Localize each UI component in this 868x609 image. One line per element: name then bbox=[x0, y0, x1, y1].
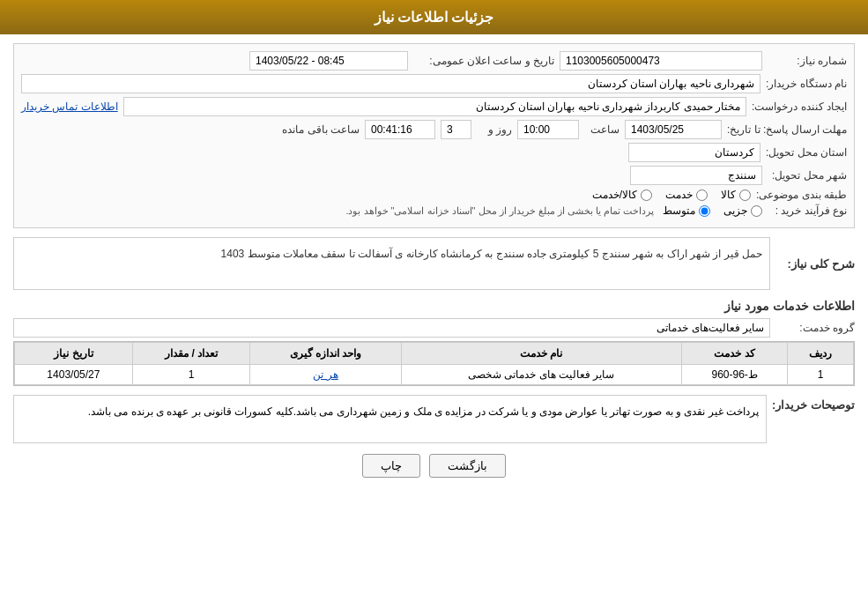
farayand-warning: پرداخت تمام یا بخشی از مبلغ خریدار از مح… bbox=[345, 205, 654, 217]
shomare-value: 1103005605000473 bbox=[560, 51, 762, 71]
farayand-row: نوع فرآیند خرید : جزیی متوسط پرداخت تمام… bbox=[21, 204, 847, 217]
page-title: جزئیات اطلاعات نیاز bbox=[375, 10, 494, 25]
cell-tarikh: 1403/05/27 bbox=[15, 365, 133, 385]
farayand-jozyi-label: جزیی bbox=[723, 204, 747, 217]
tosif-section: توصیحات خریدار: پرداخت غیر نقدی و به صور… bbox=[13, 395, 855, 443]
roz-label: روز و bbox=[477, 123, 512, 136]
tabaqe-kala-khedmat-label: کالا/خدمت bbox=[592, 189, 637, 201]
cell-tedad: 1 bbox=[132, 365, 250, 385]
page-header: جزئیات اطلاعات نیاز bbox=[0, 0, 868, 34]
col-tedad: تعداد / مقدار bbox=[132, 343, 250, 365]
tabaqe-kala-radio[interactable] bbox=[739, 189, 751, 201]
countdown-label: ساعت باقی مانده bbox=[280, 123, 360, 136]
taarikh-elan-value: 1403/05/22 - 08:45 bbox=[249, 51, 408, 71]
shahr-value: سنندج bbox=[630, 166, 762, 185]
cell-kod: ط-96-960 bbox=[681, 365, 787, 385]
farayand-jozyi-option[interactable]: جزیی bbox=[723, 204, 762, 217]
tabaqe-khedmat-radio[interactable] bbox=[696, 189, 708, 201]
farayand-motavasset-radio[interactable] bbox=[699, 205, 710, 217]
table-row: 1 ط-96-960 سایر فعالیت های خدماتی شخصی ه… bbox=[15, 365, 854, 385]
namdastgah-value: شهرداری ناحیه بهاران استان کردستان bbox=[21, 74, 760, 93]
tabaqe-label: طبقه بندی موضوعی: bbox=[756, 189, 847, 201]
taarikh-elan-label: تاریخ و ساعت اعلان عمومی: bbox=[413, 55, 554, 67]
tabaqe-kala-khedmat-radio[interactable] bbox=[641, 189, 652, 201]
inner-table-wrapper: ردیف کد خدمت نام خدمت واحد اندازه گیری ت… bbox=[13, 341, 855, 386]
buttons-row: بازگشت چاپ bbox=[13, 454, 855, 478]
saat-value: 10:00 bbox=[517, 120, 579, 139]
namdastgah-row: نام دستگاه خریدار: شهرداری ناحیه بهاران … bbox=[21, 74, 847, 93]
col-tarikh: تاریخ نیاز bbox=[15, 343, 133, 365]
tabaqe-row: طبقه بندی موضوعی: کالا خدمت کالا/خدمت bbox=[21, 189, 847, 201]
tabaqe-kala-khedmat-option[interactable]: کالا/خدمت bbox=[592, 189, 652, 201]
farayand-label: نوع فرآیند خرید : bbox=[768, 204, 847, 217]
shomare-label: شماره نیاز: bbox=[768, 55, 847, 67]
table-header-row: ردیف کد خدمت نام خدمت واحد اندازه گیری ت… bbox=[15, 343, 854, 365]
shahr-row: شهر محل تحویل: سنندج bbox=[21, 166, 847, 185]
tabaqe-khedmat-label: خدمت bbox=[665, 189, 693, 201]
ettelaat-tamas-link[interactable]: اطلاعات تماس خریدار bbox=[21, 100, 118, 113]
tabaqe-radio-group: کالا خدمت کالا/خدمت bbox=[592, 189, 751, 201]
shomare-row: شماره نیاز: 1103005605000473 تاریخ و ساع… bbox=[21, 51, 847, 71]
sharh-label: شرح کلی نیاز: bbox=[775, 257, 855, 271]
countdown-value: 00:41:16 bbox=[365, 120, 435, 139]
date-value: 1403/05/25 bbox=[625, 120, 722, 139]
farayand-radio-group: جزیی متوسط bbox=[663, 204, 762, 217]
ejad-value: مختار حمیدی کاربرداز شهرداری ناحیه بهارا… bbox=[123, 97, 746, 116]
grouh-value: سایر فعالیت‌های خدماتی bbox=[13, 318, 770, 338]
namdastgah-label: نام دستگاه خریدار: bbox=[766, 78, 847, 90]
khadamat-table-section: ردیف کد خدمت نام خدمت واحد اندازه گیری ت… bbox=[13, 341, 855, 386]
page-wrapper: جزئیات اطلاعات نیاز شماره نیاز: 11030056… bbox=[0, 0, 868, 609]
col-radif: ردیف bbox=[788, 343, 854, 365]
sharh-section: شرح کلی نیاز: حمل قیر از شهر اراک به شهر… bbox=[13, 237, 855, 290]
ostan-value: کردستان bbox=[628, 143, 760, 162]
tabaqe-kala-label: کالا bbox=[721, 189, 736, 201]
roz-value: 3 bbox=[441, 120, 471, 139]
grouh-label: گروه خدمت: bbox=[775, 322, 855, 334]
khadamat-title: اطلاعات خدمات مورد نیاز bbox=[13, 299, 855, 313]
info-section: شماره نیاز: 1103005605000473 تاریخ و ساع… bbox=[13, 43, 855, 228]
ostan-row: استان محل تحویل: کردستان bbox=[21, 143, 847, 162]
ostan-label: استان محل تحویل: bbox=[766, 146, 847, 159]
ejad-label: ایجاد کننده درخواست: bbox=[752, 100, 847, 113]
farayand-motavasset-option[interactable]: متوسط bbox=[663, 204, 710, 217]
col-kod: کد خدمت bbox=[681, 343, 787, 365]
farayand-motavasset-label: متوسط bbox=[663, 204, 695, 217]
saat-label: ساعت bbox=[584, 123, 619, 136]
shahr-label: شهر محل تحویل: bbox=[768, 169, 847, 182]
main-content: شماره نیاز: 1103005605000473 تاریخ و ساع… bbox=[0, 34, 868, 486]
cell-nam: سایر فعالیت های خدماتی شخصی bbox=[401, 365, 681, 385]
khadamat-table: ردیف کد خدمت نام خدمت واحد اندازه گیری ت… bbox=[14, 342, 854, 385]
back-button[interactable]: بازگشت bbox=[429, 454, 506, 478]
tosif-label: توصیحات خریدار: bbox=[772, 395, 855, 412]
col-vahed: واحد اندازه گیری bbox=[250, 343, 401, 365]
col-nam: نام خدمت bbox=[401, 343, 681, 365]
sharh-text: حمل قیر از شهر اراک به شهر سنندج 5 کیلوم… bbox=[13, 237, 770, 290]
ejad-row: ایجاد کننده درخواست: مختار حمیدی کاربردا… bbox=[21, 97, 847, 116]
cell-radif: 1 bbox=[788, 365, 854, 385]
mohlat-label: مهلت ارسال پاسخ: تا تاریخ: bbox=[727, 123, 847, 136]
tabaqe-khedmat-option[interactable]: خدمت bbox=[665, 189, 708, 201]
cell-vahed[interactable]: هر تن bbox=[250, 365, 401, 385]
mohlat-row: مهلت ارسال پاسخ: تا تاریخ: 1403/05/25 سا… bbox=[21, 120, 847, 139]
grouh-row: گروه خدمت: سایر فعالیت‌های خدماتی bbox=[13, 318, 855, 338]
farayand-jozyi-radio[interactable] bbox=[751, 205, 762, 217]
tabaqe-kala-option[interactable]: کالا bbox=[721, 189, 751, 201]
tosif-text: پرداخت غیر نقدی و به صورت تهاتر یا عوارض… bbox=[13, 395, 767, 443]
print-button[interactable]: چاپ bbox=[362, 454, 420, 478]
